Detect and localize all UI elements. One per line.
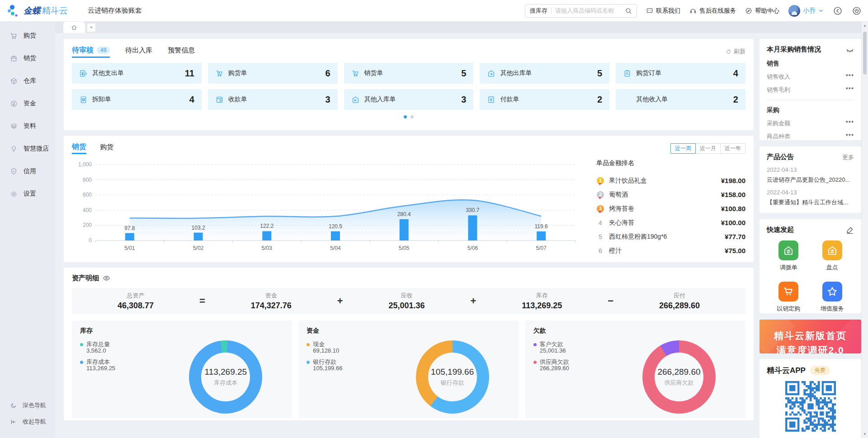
inventory-panel: 库存 库存总量 3,562.0 库存成本 113,269.25 xyxy=(72,320,292,418)
donut-center-value: 105,199.66 xyxy=(431,367,474,377)
ranking-item-amount: ¥158.00 xyxy=(721,191,745,198)
svg-text:400: 400 xyxy=(83,207,92,213)
tab-sales-trend[interactable]: 销货 xyxy=(72,142,86,154)
ranking-row[interactable]: 3 烤海苔卷 ¥100.80 xyxy=(596,202,745,216)
survey-banner[interactable]: 精斗云新版首页 满意度调研2.0 全新首页已到来 期待收到您的反馈 xyxy=(760,320,861,353)
period-month-button[interactable]: 近一月 xyxy=(695,143,721,154)
after-sales-service-link[interactable]: 售后在线服务 xyxy=(689,7,736,15)
edit-icon[interactable] xyxy=(846,226,854,234)
doc-card-other-expense[interactable]: 其他支出单 11 xyxy=(72,63,202,84)
ranking-row[interactable]: 2 葡萄酒 ¥158.00 xyxy=(596,188,745,202)
ranking-item-amount: ¥100.00 xyxy=(721,219,745,226)
scrollbar-thumb[interactable] xyxy=(863,32,867,75)
scroll-up-icon[interactable]: ▲ xyxy=(862,24,868,28)
collapse-nav-toggle[interactable]: 收起导航 xyxy=(0,414,55,430)
doc-card-other-inbound[interactable]: 其他入库单 3 xyxy=(344,89,474,110)
sidebar-item-sales[interactable]: 销货 xyxy=(0,47,55,70)
inventory-search[interactable]: 搜库存 xyxy=(525,4,637,18)
ranking-item-name: 葡萄酒 xyxy=(609,191,721,199)
doc-card-label: 其他入库单 xyxy=(364,95,396,104)
svg-text:5/07: 5/07 xyxy=(536,245,547,251)
search-input[interactable] xyxy=(555,7,625,14)
doc-card-label: 其他出库单 xyxy=(500,69,532,77)
shop-icon xyxy=(10,55,18,62)
search-scope-label[interactable]: 搜库存 xyxy=(530,7,547,15)
quick-transfer-order[interactable]: 调拨单 xyxy=(778,240,798,272)
quick-purchase-by-sales[interactable]: 以销定购 xyxy=(777,282,800,313)
contact-us-link[interactable]: 联系我们 xyxy=(646,7,680,15)
doc-card-other-income[interactable]: 其他收入单 2 xyxy=(616,89,745,110)
eye-closed-icon[interactable] xyxy=(846,46,854,54)
svg-text:119.6: 119.6 xyxy=(535,223,548,230)
tab-pending-approval[interactable]: 待审核 49 xyxy=(72,46,110,58)
quick-stocktake[interactable]: 盘点 xyxy=(822,240,842,272)
ranking-row[interactable]: 1 果汁饮品礼盒 ¥198.00 xyxy=(596,174,745,188)
section-sales: 销售 xyxy=(767,60,854,68)
user-menu[interactable]: 小乔 xyxy=(788,5,824,17)
logo-dots-icon xyxy=(7,4,21,18)
app-logo[interactable]: 金蝶 精斗云 xyxy=(7,4,80,18)
sidebar-item-label: 设置 xyxy=(24,190,36,198)
carousel-dot-1[interactable] xyxy=(404,115,407,118)
doc-card-sales-order[interactable]: 销货单 5 xyxy=(344,63,474,84)
announcement-link[interactable]: 云进销存产品更新公告_20220... xyxy=(767,176,854,184)
formula-operator: − xyxy=(608,295,613,307)
sidebar-item-settings[interactable]: 设置 xyxy=(0,183,55,205)
quick-item-label: 调拨单 xyxy=(780,264,797,272)
doc-card-purchase-order[interactable]: 购货单 6 xyxy=(208,63,338,84)
refresh-button[interactable]: 刷新 xyxy=(726,47,745,56)
doc-card-receipt[interactable]: 收款单 3 xyxy=(208,89,338,110)
doc-card-label: 付款单 xyxy=(500,95,519,104)
doc-card-payment[interactable]: 付款单 2 xyxy=(480,89,609,110)
sidebar-item-smart-store[interactable]: 智慧微店 xyxy=(0,137,55,160)
carousel-dot-2[interactable] xyxy=(410,115,414,118)
sidebar-item-credit[interactable]: 信用 xyxy=(0,160,55,183)
eye-icon[interactable] xyxy=(103,274,110,282)
sidebar-item-warehouse[interactable]: 仓库 xyxy=(0,70,55,92)
doc-card-purchase-request[interactable]: 购货订单 4 xyxy=(616,63,745,84)
svg-text:330.7: 330.7 xyxy=(466,207,479,213)
warehouse-icon xyxy=(10,77,18,85)
sidebar-item-funds[interactable]: 资金 xyxy=(0,92,55,115)
help-center-link[interactable]: 帮助中心 xyxy=(745,7,779,15)
ranking-row[interactable]: 6 橙汁 ¥75.00 xyxy=(596,244,745,258)
scroll-down-icon[interactable]: ▼ xyxy=(862,432,868,436)
doc-card-disassembly[interactable]: 拆卸单 4 xyxy=(72,89,202,110)
page-tabstrip xyxy=(55,22,861,33)
more-link[interactable]: 更多 xyxy=(842,153,854,161)
period-week-button[interactable]: 近一周 xyxy=(670,143,696,154)
ranking-row[interactable]: 4 夹心海苔 ¥100.00 xyxy=(596,216,745,230)
quick-value-added-service[interactable]: 增值服务 xyxy=(821,282,844,313)
legend-dot xyxy=(533,361,537,364)
ranking-row[interactable]: 5 西红柿意粉酱190g*6 ¥77.70 xyxy=(596,230,745,244)
tab-warning-info[interactable]: 预警信息 xyxy=(168,46,195,57)
panel-title: 资金 xyxy=(307,327,510,335)
moon-icon xyxy=(10,402,17,409)
vertical-scrollbar[interactable]: ▲ ▼ xyxy=(861,22,868,438)
doc-card-other-outbound[interactable]: 其他出库单 5 xyxy=(480,63,609,84)
app-download-card: 精斗云APP 免费 xyxy=(760,359,861,438)
avatar[interactable] xyxy=(788,5,800,17)
tab-dropdown-button[interactable] xyxy=(87,24,95,32)
tab-purchase-trend[interactable]: 购货 xyxy=(100,143,113,154)
home-tab[interactable] xyxy=(63,22,85,33)
doc-card-label: 购货单 xyxy=(228,69,247,77)
announcement-link[interactable]: 【重要通知】精斗云工作台域... xyxy=(767,198,854,207)
svg-text:5/01: 5/01 xyxy=(124,245,135,251)
search-icon[interactable] xyxy=(625,7,632,14)
sidebar-item-purchase[interactable]: 购货 xyxy=(0,24,55,47)
ranking-item-name: 烤海苔卷 xyxy=(609,205,721,213)
order-icon xyxy=(623,69,632,78)
period-year-button[interactable]: 近一年 xyxy=(720,143,745,154)
dark-nav-toggle[interactable]: 深色导航 xyxy=(0,397,55,414)
power-icon[interactable] xyxy=(852,6,862,16)
sidebar-item-materials[interactable]: 资料 xyxy=(0,115,55,137)
svg-text:600: 600 xyxy=(83,192,92,198)
svg-text:0: 0 xyxy=(89,237,92,244)
banner-line1: 精斗云新版首页 xyxy=(760,330,861,342)
back-icon[interactable] xyxy=(833,6,843,16)
collapse-icon xyxy=(10,419,17,425)
asset-detail-title: 资产明细 xyxy=(72,274,99,283)
sales-profit-row: 销售毛利 *** xyxy=(767,86,854,94)
tab-pending-in-out[interactable]: 待出入库 xyxy=(125,46,152,57)
